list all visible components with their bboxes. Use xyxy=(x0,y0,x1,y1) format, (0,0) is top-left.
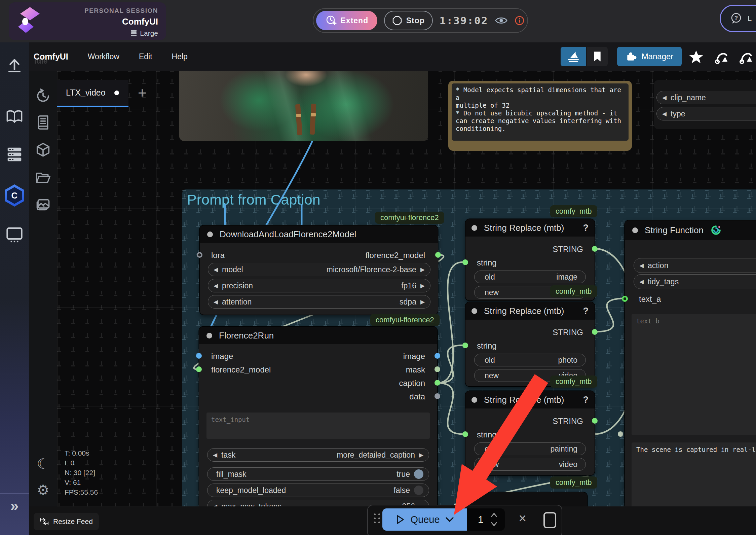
combo-left-arrow[interactable]: ◀ xyxy=(213,452,217,459)
combo-right-arrow[interactable]: ▶ xyxy=(419,452,423,459)
port-string-out[interactable] xyxy=(592,418,598,424)
drag-handle[interactable] xyxy=(374,513,380,523)
node-header[interactable]: String Replace (mtb) ? xyxy=(465,391,595,408)
chevron-down-icon[interactable] xyxy=(445,517,454,522)
widget-old[interactable]: old image xyxy=(474,271,586,283)
widget-old[interactable]: old photo xyxy=(474,354,586,366)
upload-icon[interactable] xyxy=(6,57,23,74)
node-help[interactable]: ? xyxy=(583,306,589,316)
clip-node-partial[interactable] xyxy=(654,80,756,129)
star-icon[interactable] xyxy=(689,50,704,64)
toggle-off-icon[interactable] xyxy=(414,486,423,495)
vacuum-icon-2[interactable] xyxy=(739,49,754,65)
node-download-florence2-model[interactable]: DownloadAndLoadFlorence2Model lora flore… xyxy=(200,225,438,315)
node-header[interactable]: DownloadAndLoadFlorence2Model xyxy=(200,225,438,243)
share-workflow-button[interactable] xyxy=(561,47,586,66)
port-lora[interactable] xyxy=(197,252,202,258)
node-canvas[interactable]: Prompt from Caption LTX_video + xyxy=(57,71,756,506)
combo-left-arrow[interactable]: ◀ xyxy=(214,298,218,306)
tab-ltx-video[interactable]: LTX_video xyxy=(57,80,128,107)
collapse-dot-icon[interactable] xyxy=(471,308,477,314)
node-help[interactable]: ? xyxy=(583,395,589,405)
port-image-in[interactable] xyxy=(196,353,202,359)
combo-left-arrow[interactable]: ◀ xyxy=(214,282,218,289)
combo-right-arrow[interactable]: ▶ xyxy=(420,298,425,306)
widget-attention[interactable]: ◀ attention sdpa ▶ xyxy=(208,295,430,309)
widget-keep-model-loaded[interactable]: keep_model_loaded false xyxy=(207,484,429,497)
node-string-replace-2[interactable]: String Replace (mtb) ? STRING string old… xyxy=(465,302,595,386)
node-string-replace-3[interactable]: String Replace (mtb) ? STRING string old… xyxy=(465,391,595,475)
menu-edit[interactable]: Edit xyxy=(139,42,152,71)
node-header[interactable]: String Function xyxy=(625,220,756,240)
settings-gear-icon[interactable]: ⚙ xyxy=(37,482,49,498)
widget-task[interactable]: ◀ task more_detailed_caption ▶ xyxy=(207,448,429,462)
collapse-dot-icon[interactable] xyxy=(206,333,212,338)
bookmark-button[interactable] xyxy=(587,47,608,66)
theme-moon-icon[interactable]: ☾ xyxy=(37,456,49,472)
cube-icon[interactable] xyxy=(35,142,51,157)
port-string-in[interactable] xyxy=(462,259,468,265)
node-string-function[interactable]: String Function ◀ action ◀ tidy_tags tex… xyxy=(625,220,756,506)
widget-model[interactable]: ◀ model microsoft/Florence-2-base ▶ xyxy=(208,263,430,276)
node-help[interactable]: ? xyxy=(583,223,589,233)
node-header[interactable]: String Replace (mtb) ? xyxy=(465,302,595,320)
collapse-chevrons-icon[interactable]: » xyxy=(10,497,18,514)
port-string-out[interactable] xyxy=(592,246,598,252)
combo-left-arrow[interactable]: ◀ xyxy=(639,278,644,285)
menu-help[interactable]: Help xyxy=(172,42,188,71)
eye-icon[interactable] xyxy=(495,15,508,26)
combo-left-arrow[interactable]: ◀ xyxy=(662,94,667,101)
text-b-area[interactable]: text_b xyxy=(632,314,756,435)
combo-left-arrow[interactable]: ◀ xyxy=(662,110,667,117)
port-text-a[interactable] xyxy=(622,296,628,302)
combo-right-arrow[interactable]: ▶ xyxy=(420,282,425,289)
combo-left-arrow[interactable]: ◀ xyxy=(639,262,644,269)
history-icon[interactable] xyxy=(35,88,51,104)
text-input-area[interactable]: text_input xyxy=(206,413,430,439)
widget-precision[interactable]: ◀ precision fp16 ▶ xyxy=(208,279,430,292)
port-mask-out[interactable] xyxy=(434,366,440,372)
widget-tidy-tags[interactable]: ◀ tidy_tags xyxy=(634,274,756,289)
manager-button[interactable]: Manager xyxy=(617,47,682,66)
stop-render-icon[interactable] xyxy=(543,512,556,528)
folder-open-icon[interactable] xyxy=(35,170,51,184)
widget-fill-mask[interactable]: fill_mask true xyxy=(207,467,429,481)
toggle-on-icon[interactable] xyxy=(414,469,423,479)
text-c-area[interactable]: The scene is captured in real-life xyxy=(632,442,756,506)
link-reroute-dot[interactable] xyxy=(618,431,623,437)
collapse-dot-icon[interactable] xyxy=(207,231,213,237)
combo-right-arrow[interactable]: ▶ xyxy=(420,266,425,273)
port-string-in[interactable] xyxy=(462,343,468,348)
port-florence2-model[interactable] xyxy=(435,252,441,258)
link-sr2-to-sf[interactable] xyxy=(595,298,625,332)
menu-workflow[interactable]: Workflow xyxy=(88,42,119,71)
combo-left-arrow[interactable]: ◀ xyxy=(213,503,217,507)
stop-button[interactable]: Stop xyxy=(384,11,433,30)
widget-old[interactable]: old painting xyxy=(474,442,586,455)
node-florence2run[interactable]: Florence2Run image florence2_model image… xyxy=(199,327,437,506)
collapse-dot-icon[interactable] xyxy=(471,225,477,231)
link-caption-to-sr3[interactable] xyxy=(437,383,463,434)
resize-feed-button[interactable]: Resize Feed xyxy=(34,513,99,530)
server-stack-icon[interactable] xyxy=(6,146,23,163)
widget-action[interactable]: ◀ action xyxy=(634,258,756,273)
monitor-icon[interactable] xyxy=(6,227,23,243)
comfy-hexagon-logo[interactable]: C xyxy=(5,184,24,207)
stepper-chevrons-icon[interactable] xyxy=(490,511,498,528)
port-florence2-model-in[interactable] xyxy=(196,366,202,372)
link-caption-to-sr2[interactable] xyxy=(437,345,463,383)
node-partial-bottom[interactable] xyxy=(467,492,587,506)
combo-left-arrow[interactable]: ◀ xyxy=(214,266,218,273)
clear-queue-icon[interactable]: × xyxy=(519,511,526,526)
images-icon[interactable] xyxy=(35,198,51,213)
node-header[interactable]: String Replace (mtb) ? xyxy=(465,219,595,237)
open-book-icon[interactable] xyxy=(6,108,23,124)
batch-count-stepper[interactable]: 1 xyxy=(467,508,505,531)
info-icon[interactable] xyxy=(515,15,525,26)
port-image-out[interactable] xyxy=(434,353,440,359)
note-node[interactable]: * Model expects spatial dimensions that … xyxy=(448,81,632,151)
port-string-out[interactable] xyxy=(592,329,598,335)
extend-button[interactable]: Extend xyxy=(316,11,377,30)
widget-new[interactable]: new video xyxy=(474,458,586,471)
new-tab-button[interactable]: + xyxy=(138,84,147,101)
